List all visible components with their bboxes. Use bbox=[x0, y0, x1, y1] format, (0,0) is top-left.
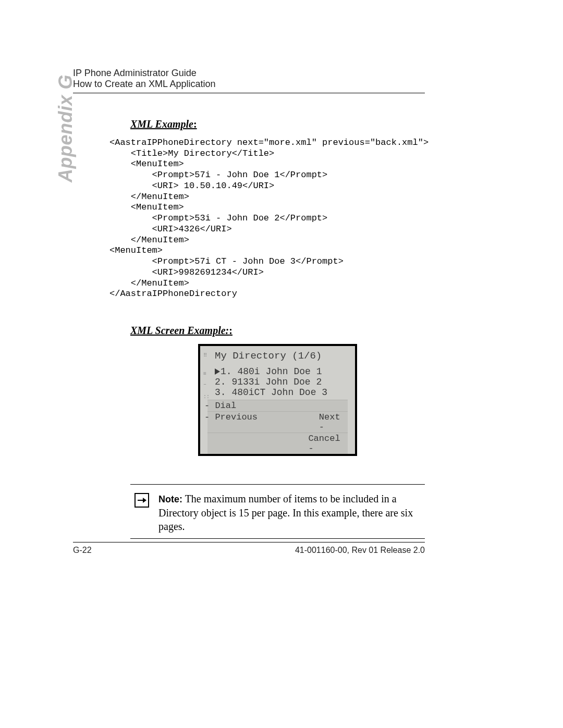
softkey-previous: Previous bbox=[212, 412, 258, 432]
code-l4: <Prompt>57i - John Doe 1</Prompt> bbox=[109, 170, 327, 180]
header-title: IP Phone Administrator Guide bbox=[73, 68, 490, 79]
footer-rule bbox=[73, 542, 425, 542]
note-body: The maximum number of items to be includ… bbox=[158, 493, 413, 532]
svg-marker-1 bbox=[143, 498, 146, 503]
xml-example-heading-text: XML Example bbox=[130, 118, 193, 130]
softkey-row-1: Dial bbox=[200, 400, 355, 411]
screen-row1-text: 1. 480i John Doe 1 bbox=[221, 366, 322, 377]
softkey-dial: Dial bbox=[212, 401, 236, 411]
screen-title: My Directory (1/6) bbox=[215, 350, 350, 362]
code-l7: <MenuItem> bbox=[109, 202, 184, 212]
code-l12: <Prompt>57i CT - John Doe 3</Prompt> bbox=[109, 256, 344, 266]
code-l15: </AastraIPPhoneDirectory bbox=[109, 289, 237, 299]
screen-example-wrap: ⠿ ≡ – :: My Directory (1/6) 1. 480i John… bbox=[130, 344, 425, 456]
screen-row-2: 2. 9133i John Doe 2 bbox=[215, 377, 350, 388]
softkey-cancel: Cancel bbox=[308, 434, 344, 453]
screen-row-1: 1. 480i John Doe 1 bbox=[215, 367, 350, 377]
code-l9: <URI>4326</URI> bbox=[109, 224, 232, 234]
note-label: Note: bbox=[158, 494, 182, 504]
note-bottom-rule bbox=[130, 538, 425, 539]
softkey-next: Next bbox=[319, 412, 344, 432]
note-text: Note: The maximum number of items to be … bbox=[158, 492, 425, 533]
note-block: Note: The maximum number of items to be … bbox=[130, 485, 425, 538]
xml-screen-heading: XML Screen Example:: bbox=[130, 325, 425, 337]
code-l10: </MenuItem> bbox=[109, 235, 189, 245]
page-body: IP Phone Administrator Guide How to Crea… bbox=[73, 68, 490, 539]
xml-screen-heading-text: XML Screen Example: bbox=[130, 325, 229, 336]
screen-glyph-icon: – bbox=[203, 381, 206, 387]
code-l14: </MenuItem> bbox=[109, 278, 189, 288]
footer-page-number: G-22 bbox=[73, 546, 92, 555]
screen-body: ⠿ ≡ – :: My Directory (1/6) 1. 480i John… bbox=[200, 346, 355, 400]
footer-doc-id: 41-001160-00, Rev 01 Release 2.0 bbox=[295, 546, 425, 555]
header-subtitle: How to Create an XML Application bbox=[73, 79, 490, 90]
code-l1: <AastraIPPhoneDirectory next="more.xml" … bbox=[109, 138, 429, 147]
screen-row-3: 3. 480iCT John Doe 3 bbox=[215, 388, 350, 398]
code-l11: <MenuItem> bbox=[109, 245, 163, 255]
phone-screen: ⠿ ≡ – :: My Directory (1/6) 1. 480i John… bbox=[198, 344, 357, 456]
code-l13: <URI>9982691234</URI> bbox=[109, 267, 264, 277]
code-l8: <Prompt>53i - John Doe 2</Prompt> bbox=[109, 213, 327, 223]
note-arrow-icon bbox=[134, 493, 149, 508]
softkey-row-3: Cancel bbox=[200, 433, 355, 454]
screen-glyph-icon: :: bbox=[203, 394, 210, 400]
screen-glyph-icon: ⠿ bbox=[203, 352, 207, 359]
code-l5: <URI> 10.50.10.49</URI> bbox=[109, 181, 274, 191]
screen-glyph-icon: ≡ bbox=[203, 371, 206, 377]
xml-code-block: <AastraIPPhoneDirectory next="more.xml" … bbox=[109, 138, 425, 300]
code-l3: <MenuItem> bbox=[109, 159, 184, 169]
header-rule bbox=[73, 93, 425, 93]
cursor-icon bbox=[215, 368, 220, 375]
softkey-row-2: Previous Next bbox=[200, 411, 355, 433]
code-l6: </MenuItem> bbox=[109, 192, 189, 202]
code-l2: <Title>My Directory</Title> bbox=[109, 149, 274, 158]
content-area: XML Example: <AastraIPPhoneDirectory nex… bbox=[130, 118, 425, 539]
xml-example-heading: XML Example: bbox=[130, 118, 425, 130]
page-footer: G-22 41-001160-00, Rev 01 Release 2.0 bbox=[73, 542, 425, 555]
